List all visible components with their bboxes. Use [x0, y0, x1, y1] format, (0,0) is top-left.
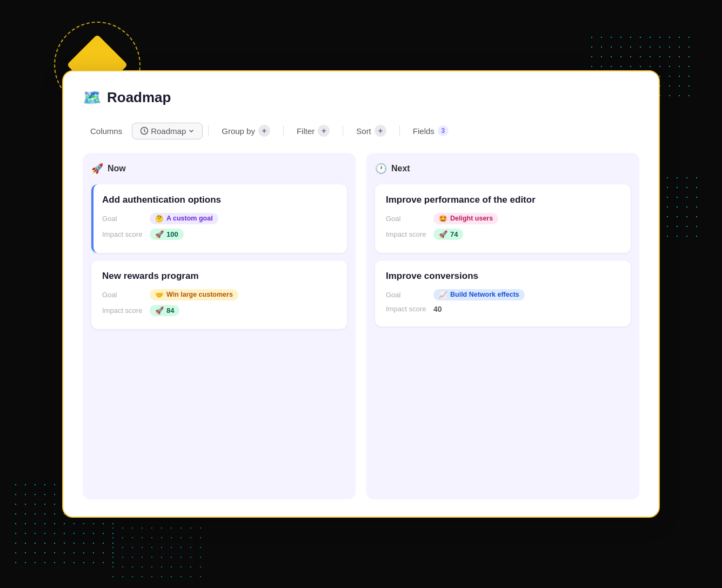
dots-decoration-bottom-mid	[108, 523, 205, 577]
separator-3	[343, 125, 343, 136]
chevron-down-icon	[188, 128, 195, 134]
card-conversions[interactable]: Improve conversions Goal 📈 Build Network…	[375, 260, 631, 326]
card-performance-goal-emoji: 🤩	[439, 215, 447, 223]
card-rewards[interactable]: New rewards program Goal 🤝 Win large cus…	[91, 260, 347, 329]
card-rewards-goal-badge: 🤝 Win large customers	[150, 289, 238, 300]
card-performance[interactable]: Improve performance of the editor Goal 🤩…	[375, 184, 631, 253]
card-rewards-goal-field: Goal 🤝 Win large customers	[102, 289, 338, 300]
card-performance-impact-emoji: 🚀	[439, 230, 447, 238]
card-conversions-impact-score: 40	[433, 305, 442, 313]
column-now: 🚀 Now Add authentication options Goal 🤔 …	[83, 153, 356, 499]
card-performance-goal-field: Goal 🤩 Delight users	[386, 213, 622, 224]
card-auth-title: Add authentication options	[102, 194, 338, 206]
card-auth-goal-badge: 🤔 A custom goal	[150, 213, 218, 224]
separator-1	[208, 125, 209, 136]
card-performance-goal-label: Delight users	[450, 215, 493, 222]
card-rewards-impact-field: Impact score 🚀 84	[102, 305, 338, 316]
page-header: 🗺️ Roadmap	[83, 89, 639, 106]
dots-decoration-right-mid	[663, 173, 706, 238]
card-conversions-goal-emoji: 📈	[439, 291, 447, 299]
now-label: Now	[108, 164, 126, 173]
card-performance-impact-field: Impact score 🚀 74	[386, 229, 622, 240]
roadmap-icon	[140, 126, 149, 135]
columns-button[interactable]: Columns	[83, 123, 130, 139]
column-next-header: 🕐 Next	[375, 163, 631, 175]
card-performance-title: Improve performance of the editor	[386, 194, 622, 206]
card-conversions-goal-field: Goal 📈 Build Network effects	[386, 289, 622, 300]
page-title-emoji: 🗺️	[83, 89, 102, 106]
filter-plus: +	[318, 125, 330, 137]
card-auth-impact-field: Impact score 🚀 100	[102, 229, 338, 240]
sort-plus: +	[375, 125, 386, 137]
sort-button[interactable]: Sort +	[349, 122, 394, 140]
next-label: Next	[391, 164, 410, 173]
roadmap-dropdown[interactable]: Roadmap	[132, 123, 203, 139]
separator-2	[283, 125, 284, 136]
page-title: Roadmap	[107, 89, 171, 106]
group-by-plus: +	[258, 125, 270, 137]
card-auth[interactable]: Add authentication options Goal 🤔 A cust…	[91, 184, 347, 253]
toolbar: Columns Roadmap Group by + Filter + Sort…	[83, 122, 639, 140]
card-rewards-goal-label: Win large customers	[166, 291, 233, 298]
card-performance-impact-score: 74	[450, 230, 458, 238]
card-performance-impact-badge: 🚀 74	[433, 229, 463, 240]
card-rewards-title: New rewards program	[102, 270, 338, 283]
card-auth-goal-field: Goal 🤔 A custom goal	[102, 213, 338, 224]
card-auth-impact-badge: 🚀 100	[150, 229, 184, 240]
card-conversions-goal-badge: 📈 Build Network effects	[433, 289, 525, 300]
card-auth-impact-emoji: 🚀	[155, 230, 164, 238]
card-conversions-goal-label: Build Network effects	[450, 291, 519, 298]
filter-button[interactable]: Filter +	[289, 122, 337, 140]
card-rewards-goal-emoji: 🤝	[155, 291, 164, 299]
card-rewards-impact-score: 84	[166, 306, 174, 315]
card-rewards-impact-emoji: 🚀	[155, 306, 164, 315]
now-emoji: 🚀	[91, 163, 103, 175]
next-emoji: 🕐	[375, 163, 387, 175]
separator-4	[399, 125, 400, 136]
roadmap-label: Roadmap	[151, 126, 186, 136]
card-conversions-title: Improve conversions	[386, 270, 622, 283]
card-rewards-impact-badge: 🚀 84	[150, 305, 179, 316]
column-next: 🕐 Next Improve performance of the editor…	[366, 153, 639, 499]
card-performance-goal-badge: 🤩 Delight users	[433, 213, 498, 224]
card-auth-impact-score: 100	[166, 230, 178, 238]
card-auth-goal-label: A custom goal	[166, 215, 213, 222]
card-conversions-impact-field: Impact score 40	[386, 305, 622, 313]
group-by-button[interactable]: Group by +	[214, 122, 278, 140]
fields-button[interactable]: Fields 3	[405, 122, 456, 139]
columns-area: 🚀 Now Add authentication options Goal 🤔 …	[83, 153, 639, 499]
main-card: 🗺️ Roadmap Columns Roadmap Group by + Fi…	[62, 70, 660, 518]
fields-count-badge: 3	[438, 125, 449, 136]
card-auth-goal-emoji: 🤔	[155, 215, 164, 223]
column-now-header: 🚀 Now	[91, 163, 347, 175]
